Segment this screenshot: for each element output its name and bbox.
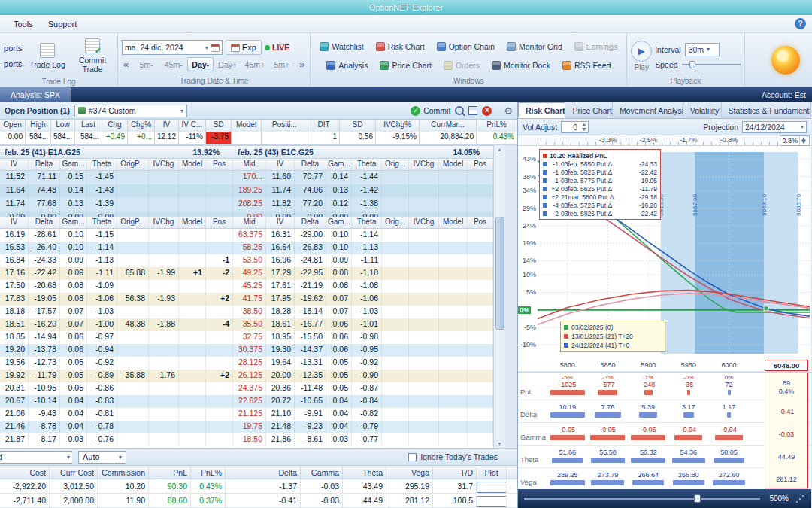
chain-col-header[interactable]: Pos (468, 159, 493, 170)
chain-col-header[interactable]: Gam... (326, 217, 352, 228)
risk-panel-tab[interactable]: Statistics & Fundamentals (722, 102, 811, 118)
trade-row[interactable]: -2,711.402,800.0011.9088.600.37%-0.41-0.… (0, 494, 517, 508)
projection-date-select[interactable]: 24/12/2024 ▾ (742, 121, 807, 133)
resize-grip[interactable] (795, 494, 805, 504)
chain-row[interactable]: 19.92-11.790.05-0.8935.88-1.76+226.12520… (0, 370, 493, 382)
chain-row[interactable]: 11.6474.480.14-1.43189.2511.7474.060.13-… (0, 184, 493, 198)
summary-data-row[interactable]: 0.00584...584...584...+0.49+0...12.12-11… (0, 132, 517, 145)
chain-col-header[interactable]: Model (439, 217, 468, 228)
window-toggle-button[interactable]: RSS Feed (557, 56, 616, 75)
window-toggle-button[interactable]: Monitor Dock (486, 56, 556, 75)
slider-thumb[interactable] (689, 61, 695, 68)
reports-button[interactable]: Reports (4, 44, 23, 53)
window-toggle-button[interactable]: Earnings (569, 38, 623, 56)
chain-col-header[interactable]: Gam... (326, 159, 352, 170)
chain-col-header[interactable]: Model (179, 159, 206, 170)
summary-col-header[interactable]: Low (51, 120, 75, 132)
chain-col-header[interactable]: IV (0, 217, 29, 228)
summary-col-header[interactable]: IV C... (179, 120, 206, 132)
zoom-slider[interactable] (524, 498, 760, 500)
chain-scrollbar[interactable]: ▲ ▼ (493, 145, 505, 448)
zoom-slider-thumb[interactable] (694, 494, 701, 503)
next-day-icon[interactable]: » (298, 59, 306, 70)
chain-col-header[interactable]: Orig... (382, 217, 409, 228)
summary-col-header[interactable]: CurrMar... (420, 120, 477, 132)
chain-row[interactable]: 16.84-24.330.09-1.13-153.5016.96-24.810.… (0, 254, 493, 267)
chain-col-header[interactable]: OrigP... (117, 159, 149, 170)
time-step-button[interactable]: 45m- (160, 57, 186, 71)
chain-row[interactable]: 19.56-12.730.05-0.9228.12519.64-13.310.0… (0, 357, 493, 370)
search-icon[interactable] (455, 106, 464, 115)
chain-row[interactable]: 20.31-10.950.05-0.8624.37520.36-11.480.0… (0, 382, 493, 395)
chain-row[interactable]: 21.87-8.170.03-0.7618.5021.86-8.610.03-0… (0, 433, 493, 446)
window-toggle-button[interactable]: Option Chain (432, 38, 500, 56)
commit-trade-button[interactable]: Commit Trade (71, 35, 114, 78)
plot-checkbox[interactable] (477, 496, 507, 507)
chain-col-header[interactable]: Delta (295, 217, 326, 228)
time-step-button[interactable]: 5m+ (268, 57, 295, 71)
help-icon[interactable]: ? (795, 18, 806, 29)
vol-adjust-spinner[interactable]: 0 (561, 121, 589, 133)
chain-row[interactable]: 20.67-10.140.04-0.8322.62520.72-10.650.0… (0, 395, 493, 408)
exp-button[interactable]: Exp (226, 40, 262, 55)
chain-col-header[interactable]: IVChg (409, 159, 439, 170)
window-toggle-button[interactable]: Price Chart (374, 56, 437, 75)
summary-col-header[interactable]: Open (0, 120, 26, 132)
chain-col-header[interactable]: Gam... (60, 217, 87, 228)
chain-col-header[interactable]: IV (0, 159, 29, 170)
trades-col-header[interactable]: Gamma (301, 466, 343, 479)
trade-date-picker[interactable]: ma. 24 dic. 2024 ▾ (122, 40, 223, 55)
spinner-arrows-icon[interactable] (799, 136, 807, 145)
position-selector[interactable]: #374 Custom ▾ (74, 105, 187, 117)
chain-col-header[interactable]: Orig... (382, 159, 409, 170)
trades-col-header[interactable]: Commission (98, 466, 149, 479)
chain-row[interactable]: 11.7477.680.13-1.39208.2511.8277.200.12-… (0, 198, 493, 211)
interval-select[interactable]: 30m▾ (685, 43, 720, 56)
chain-col-header[interactable]: Gam... (60, 159, 87, 170)
trades-col-header[interactable]: Curr Cost (50, 466, 98, 479)
chain-col-header[interactable]: Pos (468, 217, 493, 228)
chain-col-header[interactable]: Mid (233, 159, 266, 170)
summary-col-header[interactable]: IV (155, 120, 179, 132)
layout-icon[interactable] (468, 106, 477, 115)
chain-col-header[interactable]: Theta (352, 217, 382, 228)
chain-row[interactable]: 18.18-17.570.07-1.0338.5018.28-18.140.07… (0, 306, 493, 318)
chain-col-header[interactable]: Theta (87, 217, 117, 228)
chain-col-header[interactable]: OrigP... (117, 217, 149, 228)
scrollbar-thumb[interactable] (495, 217, 504, 330)
chain-row[interactable]: 17.16-22.420.09-1.1165.88-1.99+1-249.251… (0, 267, 493, 280)
risk-panel-tab[interactable]: Movement Analysis (613, 102, 683, 118)
summary-col-header[interactable]: Last (75, 120, 102, 132)
trades-col-header[interactable]: T/D (433, 466, 477, 479)
summary-col-header[interactable]: Positi... (262, 120, 308, 132)
chain-col-header[interactable]: Theta (87, 159, 117, 170)
risk-chart[interactable]: 5915.305957.906043.106085.70 43%38%34%29… (518, 146, 811, 360)
chain-row[interactable]: 17.83-19.050.08-1.0656.38-1.93+241.7517.… (0, 293, 493, 306)
chain-col-header[interactable]: IVChg (149, 159, 179, 170)
chain-col-header[interactable]: Model (179, 217, 206, 228)
speed-slider[interactable] (682, 60, 741, 69)
chain-col-header[interactable]: Theta (352, 159, 382, 170)
chain-row[interactable]: 18.51-16.200.07-1.0048.38-1.88-435.5018.… (0, 318, 493, 331)
chain-col-header[interactable]: Model (439, 159, 468, 170)
summary-col-header[interactable]: DIT (308, 120, 340, 132)
chain-col-header[interactable]: IVChg (409, 217, 439, 228)
chain-row[interactable]: 17.50-20.680.08-1.0945.2517.61-21.190.08… (0, 280, 493, 293)
time-step-button[interactable]: Day+ (214, 57, 241, 71)
trade-log-button[interactable]: Trade Log (26, 39, 68, 73)
summary-col-header[interactable]: IVChg% (376, 120, 420, 132)
plot-checkbox[interactable] (477, 482, 507, 493)
ignore-todays-trades-checkbox[interactable]: Ignore Today's Trades (408, 452, 498, 461)
chain-row[interactable]: 21.46-8.780.04-0.7819.7521.48-9.230.04-0… (0, 421, 493, 433)
chain-row[interactable]: 16.53-26.400.10-1.1458.2516.64-26.830.10… (0, 242, 493, 254)
chain-row[interactable]: 16.19-28.610.10-1.1563.37516.31-29.000.1… (0, 229, 493, 242)
time-step-button[interactable]: 5m- (133, 57, 159, 71)
live-indicator[interactable]: LIVE (265, 43, 289, 52)
projection-ruler[interactable]: 0.8% -3.3%-2.5%-1.7%-0.8% (518, 135, 811, 146)
chain-row[interactable]: 18.85-14.940.06-0.9732.7518.95-15.500.06… (0, 331, 493, 344)
trades-col-header[interactable]: Theta (343, 466, 386, 479)
trade-row[interactable]: -2,922.203,012.5010.2090.300.43%-1.37-0.… (0, 479, 517, 494)
trades-col-header[interactable]: PnL (149, 466, 191, 479)
summary-col-header[interactable]: PnL% (477, 120, 517, 132)
trades-col-header[interactable]: Vega (386, 466, 433, 479)
